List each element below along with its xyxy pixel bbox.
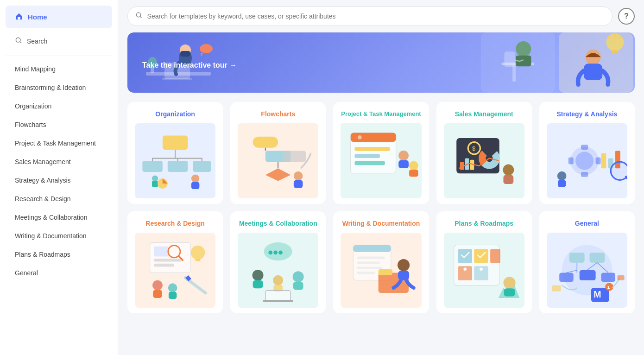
svg-point-39: [358, 135, 362, 139]
writing-illustration: [341, 233, 421, 308]
banner-cta-button[interactable]: Take the interactive tour →: [142, 61, 237, 70]
svg-rect-5: [162, 78, 192, 80]
plans-title: Plans & Roadmaps: [455, 220, 513, 227]
search-input[interactable]: [147, 13, 605, 20]
svg-rect-72: [154, 263, 174, 266]
svg-rect-44: [399, 160, 409, 168]
project-task-title: Project & Task Management: [341, 110, 421, 117]
meetings-title: Meetings & Collaboration: [239, 220, 317, 227]
svg-point-85: [253, 270, 264, 281]
plans-illustration: [444, 233, 524, 308]
template-card-plans[interactable]: Plans & Roadmaps: [436, 211, 532, 313]
flowcharts-illustration: [238, 123, 318, 198]
svg-rect-59: [581, 145, 588, 150]
svg-rect-46: [409, 170, 418, 177]
search-icon: [15, 37, 22, 45]
svg-rect-100: [379, 269, 392, 275]
svg-rect-29: [152, 181, 158, 187]
topbar: ?: [127, 0, 635, 32]
svg-rect-71: [154, 259, 182, 262]
help-button[interactable]: ?: [618, 8, 635, 25]
svg-rect-118: [601, 273, 615, 282]
svg-rect-102: [398, 271, 410, 280]
template-card-organization[interactable]: Organization: [127, 102, 223, 204]
svg-rect-60: [581, 172, 588, 177]
sidebar-item-research[interactable]: Research & Design: [6, 190, 112, 207]
svg-point-82: [273, 250, 278, 254]
template-card-meetings[interactable]: Meetings & Collaboration: [230, 211, 326, 313]
svg-rect-13: [502, 63, 535, 65]
svg-point-18: [606, 33, 624, 51]
svg-rect-116: [559, 273, 573, 282]
svg-rect-62: [595, 157, 600, 164]
svg-text:1: 1: [607, 285, 610, 290]
svg-rect-79: [169, 292, 177, 298]
svg-rect-0: [18, 17, 20, 19]
general-illustration: M 1: [547, 233, 627, 308]
template-card-general[interactable]: General M: [539, 211, 635, 313]
svg-rect-115: [589, 252, 605, 262]
svg-rect-117: [580, 270, 596, 280]
sidebar-item-writing[interactable]: Writing & Documentation: [6, 228, 112, 244]
svg-rect-14: [512, 65, 516, 82]
sidebar-item-sales[interactable]: Sales Management: [6, 153, 112, 170]
svg-point-101: [398, 259, 410, 271]
svg-rect-95: [357, 256, 385, 259]
svg-rect-24: [168, 161, 188, 172]
sidebar-item-mind-mapping[interactable]: Mind Mapping: [6, 61, 112, 77]
svg-rect-31: [253, 136, 278, 147]
svg-rect-41: [355, 154, 380, 158]
svg-rect-16: [516, 55, 531, 66]
template-grid-row1: Organization: [127, 102, 635, 204]
flowcharts-title: Flowcharts: [261, 110, 295, 118]
svg-rect-36: [294, 180, 303, 188]
svg-rect-86: [253, 280, 263, 288]
svg-rect-63: [601, 153, 606, 168]
svg-rect-124: [617, 275, 624, 280]
search-icon: [135, 12, 143, 21]
svg-rect-17: [504, 51, 515, 67]
sidebar-item-project-task[interactable]: Project & Task Management: [6, 135, 112, 152]
main-content: ? Take the interactive tour →: [118, 0, 644, 355]
sidebar-divider: [6, 56, 112, 56]
meetings-illustration: [238, 233, 318, 308]
svg-rect-92: [263, 300, 293, 302]
svg-rect-21: [584, 63, 602, 80]
template-card-flowcharts[interactable]: Flowcharts: [230, 102, 326, 204]
sidebar-item-organization[interactable]: Organization: [6, 98, 112, 114]
svg-rect-77: [153, 290, 162, 298]
template-card-writing[interactable]: Writing & Documentation: [333, 211, 429, 313]
svg-text:$: $: [472, 145, 476, 152]
template-card-project-task[interactable]: Project & Task Management: [333, 102, 429, 204]
search-bar-container[interactable]: [127, 6, 612, 26]
sidebar-item-general[interactable]: General: [6, 265, 112, 281]
svg-marker-33: [265, 168, 290, 181]
svg-text:M: M: [593, 289, 601, 299]
svg-rect-22: [163, 135, 188, 149]
template-card-research[interactable]: Research & Design: [127, 211, 223, 313]
svg-point-87: [273, 275, 283, 285]
sidebar-item-home[interactable]: Home: [6, 6, 112, 28]
svg-point-55: [503, 164, 514, 175]
sidebar-item-brainstorming[interactable]: Brainstorming & Ideation: [6, 79, 112, 96]
sidebar-search-label: Search: [27, 38, 47, 45]
organization-title: Organization: [155, 110, 195, 118]
svg-point-43: [399, 150, 409, 160]
svg-rect-98: [357, 272, 375, 274]
sidebar-item-plans[interactable]: Plans & Roadmaps: [6, 246, 112, 263]
sidebar-item-strategy[interactable]: Strategy & Analysis: [6, 172, 112, 189]
template-card-strategy[interactable]: Strategy & Analysis: [539, 102, 635, 204]
svg-rect-91: [265, 290, 290, 300]
sidebar-item-search[interactable]: Search: [6, 32, 112, 50]
svg-rect-123: [552, 285, 561, 291]
template-card-sales[interactable]: Sales Management $: [436, 102, 532, 204]
sidebar-item-flowcharts[interactable]: Flowcharts: [6, 116, 112, 133]
sidebar-item-meetings[interactable]: Meetings & Collaboration: [6, 209, 112, 226]
svg-point-45: [409, 161, 418, 170]
organization-illustration: [135, 123, 215, 198]
svg-rect-96: [357, 261, 380, 264]
strategy-illustration: [547, 123, 627, 198]
research-title: Research & Design: [145, 220, 205, 227]
svg-point-20: [586, 49, 601, 64]
svg-rect-70: [154, 246, 169, 256]
